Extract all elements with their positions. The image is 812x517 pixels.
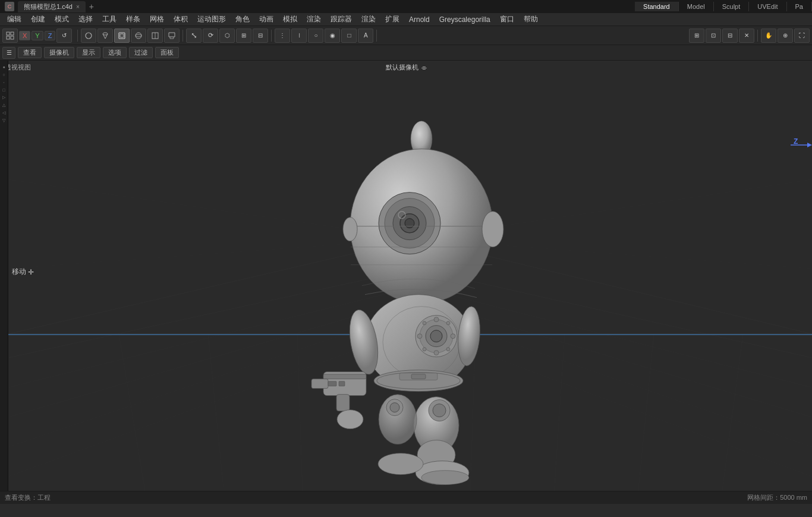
right-btn1[interactable]: ⊞ [689,29,704,43]
vl-tool-6[interactable]: △ [1,102,8,109]
right-zoom-btn[interactable]: ⊕ [778,29,793,43]
svg-point-52 [405,219,414,228]
coord-y-btn[interactable]: Y [32,31,43,40]
menu-mode[interactable]: 模式 [50,13,74,26]
menu-edit[interactable]: 编辑 [2,13,26,26]
toolbar2: ☰ 查看 摄像机 显示 选项 过滤 面板 [0,45,812,61]
t2-options-btn[interactable]: 选项 [103,47,127,58]
transform-tool-btn[interactable]: ⊞ [236,29,251,43]
viewport-label: 透视视图 [5,63,31,72]
cone-view-btn[interactable] [97,29,113,43]
menu-select[interactable]: 选择 [74,13,97,26]
obj-btn6[interactable]: A [358,29,373,43]
menu-mograph[interactable]: 运动图形 [193,13,231,26]
svg-point-65 [430,330,442,342]
vl-tool-7[interactable]: ◁ [1,109,8,116]
menu-volume[interactable]: 体积 [169,13,193,26]
vl-tool-8[interactable]: ▽ [1,117,8,124]
vl-tool-4[interactable]: □ [1,86,8,93]
vl-tool-3[interactable]: ◦ [1,78,8,86]
t2-camera-btn[interactable]: 摄像机 [44,47,74,58]
svg-rect-2 [7,36,10,39]
t2-filter-btn[interactable]: 过滤 [129,47,153,58]
t2-look-btn[interactable]: 查看 [18,47,42,58]
svg-rect-86 [411,374,426,379]
coord-z-btn[interactable]: Z [45,31,56,40]
circle-view-btn[interactable] [81,29,96,43]
menu-simulate[interactable]: 模拟 [278,13,302,26]
sep3 [271,30,272,42]
sphere-view-btn[interactable] [131,29,146,43]
vl-tool-5[interactable]: ▷ [1,94,8,101]
mode-tab-sculpt[interactable]: Sculpt [714,2,750,11]
svg-point-67 [434,351,439,355]
transform2-tool-btn[interactable]: ⊟ [253,29,268,43]
frame-view-btn[interactable] [147,29,163,43]
menu-render2[interactable]: 渲染 [357,13,380,26]
obj-btn1[interactable]: ⋮ [275,29,290,43]
obj-btn5[interactable]: □ [341,29,357,43]
menu-create[interactable]: 创建 [26,13,50,26]
svg-rect-78 [336,395,350,411]
menu-animate[interactable]: 动画 [254,13,278,26]
t2-hamburger-btn[interactable]: ☰ [2,47,15,59]
menu-render[interactable]: 渲染 [302,13,326,26]
menu-tracker[interactable]: 跟踪器 [326,13,357,26]
vl-tool-1[interactable]: ● [1,63,8,70]
viewport-status-bar: 查看变换：工程 网格间距：5000 mm [0,491,812,504]
robot-model [294,111,543,493]
menu-spline[interactable]: 样条 [121,13,145,26]
menu-mesh[interactable]: 网格 [145,13,169,26]
move-tool-btn[interactable]: ⤡ [186,29,202,43]
svg-line-32 [553,334,565,504]
coord-x-btn[interactable]: X [19,31,30,40]
svg-rect-80 [339,382,345,386]
svg-point-94 [390,403,399,412]
obj-btn4[interactable]: ◉ [325,29,340,43]
mode-tab-uvedit[interactable]: UVEdit [749,2,786,11]
menu-greyscale[interactable]: Greyscalegorilla [435,14,495,25]
right-btn3[interactable]: ⊟ [722,29,738,43]
menu-tools[interactable]: 工具 [97,13,121,26]
svg-text:Z: Z [794,137,798,146]
coord-rotate-btn[interactable]: ↺ [56,29,72,43]
tab-close-btn[interactable]: × [76,4,80,10]
right-btn2[interactable]: ⊡ [706,29,721,43]
aspect-view-btn[interactable] [164,29,180,43]
svg-line-6 [103,34,105,39]
menu-extend[interactable]: 扩展 [380,13,404,26]
menu-arnold[interactable]: Arnold [404,14,435,25]
svg-line-33 [636,334,654,504]
viewport-canvas: Z 透视视图 默认摄像机 ⌯ 移动 ✛ [0,61,812,504]
mode-tab-model[interactable]: Model [679,2,714,11]
right-fit-btn[interactable]: ⛶ [794,29,810,43]
viewport[interactable]: ● ○ ◦ □ ▷ △ ◁ ▽ [0,61,812,504]
obj-btn3[interactable]: ○ [308,29,323,43]
menu-help[interactable]: 帮助 [519,13,543,26]
box-view-btn[interactable] [114,29,130,43]
right-hand-btn[interactable]: ✋ [761,29,776,43]
mode-tab-pa[interactable]: Pa [787,2,812,11]
menu-character[interactable]: 角色 [231,13,254,26]
rotate-tool-btn[interactable]: ⟳ [203,29,218,43]
right-btn4[interactable]: ✕ [739,29,754,43]
t2-display-btn[interactable]: 显示 [77,47,100,58]
obj-btn2[interactable]: ⁞ [291,29,307,43]
mode-tabs: Standard Model Sculpt UVEdit Pa [635,2,812,11]
move-indicator: 移动 ✛ [12,267,34,277]
svg-point-58 [343,217,357,241]
svg-line-7 [105,34,108,39]
scale-tool-btn[interactable]: ⬡ [219,29,235,43]
file-tab[interactable]: 熊猫模型总1.c4d × [18,1,86,12]
mode-tab-standard[interactable]: Standard [635,2,679,11]
svg-point-11 [136,34,141,37]
tab-new-btn[interactable]: + [86,1,97,12]
menu-window[interactable]: 窗口 [495,13,519,26]
svg-point-92 [378,453,423,475]
app-icon: C [5,2,14,11]
t2-panel-btn[interactable]: 面板 [155,47,179,58]
svg-marker-44 [807,143,812,147]
layout-btn[interactable] [2,29,18,43]
vl-tool-2[interactable]: ○ [1,71,8,78]
svg-point-70 [423,321,426,325]
